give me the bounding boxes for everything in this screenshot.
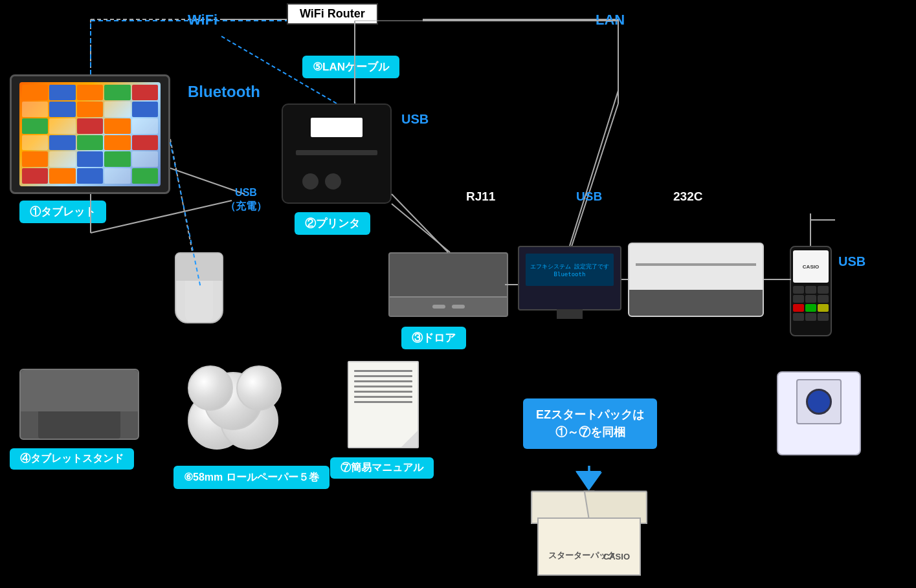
hkey11 <box>805 313 816 321</box>
wifi-label: WiFi <box>188 12 218 28</box>
drawer-label-box: ③ドロア <box>401 327 466 349</box>
tablet-stand-image <box>19 369 139 440</box>
scanner-small-image <box>175 252 223 323</box>
serial-label: 232C <box>673 190 702 204</box>
stand-top <box>21 370 138 411</box>
scanner-lens <box>806 389 832 415</box>
hkey9 <box>818 304 829 312</box>
roll5 <box>236 365 282 411</box>
drawer-image <box>388 252 508 317</box>
drawer-front <box>390 296 507 316</box>
display-stand <box>557 309 583 319</box>
printer-button1 <box>302 173 318 190</box>
tablet-image <box>10 74 170 194</box>
hkey5 <box>805 295 816 303</box>
hkey4 <box>793 295 804 303</box>
manual-corner <box>401 431 418 447</box>
usb3-label: USB <box>838 254 866 269</box>
printer-slot <box>296 150 377 155</box>
tablet-label-box: ①タブレット <box>19 201 106 223</box>
roll4 <box>188 365 233 411</box>
roll-papers-image <box>184 365 304 456</box>
manual-label-box: ⑦簡易マニュアル <box>330 457 434 479</box>
ml4 <box>354 386 412 387</box>
svg-line-9 <box>392 204 450 252</box>
svg-line-17 <box>570 103 618 252</box>
handheld-image: CASIO <box>790 246 832 336</box>
lan-label: LAN <box>596 12 625 28</box>
lan-cable-box: ⑤LANケーブル <box>302 56 399 78</box>
ml2 <box>354 375 412 377</box>
ml1 <box>354 370 412 372</box>
handheld-keys <box>793 286 829 321</box>
package-box-image: スターターパック CASIO <box>531 492 647 576</box>
svg-line-22 <box>570 91 618 246</box>
manual-lines <box>349 362 418 411</box>
card-reader-image <box>628 243 764 317</box>
box-text-casio: CASIO <box>603 552 630 561</box>
drawer-slot1 <box>432 305 445 309</box>
handheld-screen: CASIO <box>793 250 829 283</box>
bluetooth-label: Bluetooth <box>188 83 260 101</box>
printer-label-box: ②プリンタ <box>295 212 370 235</box>
hkey1 <box>793 286 804 294</box>
card-reader-bottom <box>629 290 763 316</box>
drawer-slot2 <box>452 305 465 309</box>
tablet-screen <box>19 82 161 186</box>
svg-line-30 <box>392 194 448 252</box>
ml6 <box>354 396 412 398</box>
hkey2 <box>805 286 816 294</box>
printer-paper <box>311 118 363 137</box>
scanner-head <box>176 254 222 281</box>
hkey12 <box>818 313 829 321</box>
hkey10 <box>793 313 804 321</box>
printer-button2 <box>325 173 341 190</box>
display-text1: エフキシステム 設定完了です <box>530 263 609 271</box>
box-body: スターターパック CASIO <box>537 517 641 576</box>
hkey3 <box>818 286 829 294</box>
usb2-label: USB <box>576 190 602 204</box>
hkey8 <box>805 304 816 312</box>
ml5 <box>354 391 412 393</box>
roll-paper-label-box: ⑥58mm ロールペーパー５巻 <box>173 466 330 489</box>
scanner-big-image <box>777 371 861 455</box>
usb-charge-label: USB（充電） <box>225 186 267 213</box>
scanner-top <box>796 379 842 424</box>
card-reader-slot <box>636 263 756 266</box>
wifi-router-label: WiFi Router <box>287 3 378 25</box>
rj11-label: RJ11 <box>466 190 495 204</box>
ez-pack-box: EZスタートパックは①～⑦を同梱 <box>523 398 657 449</box>
svg-line-29 <box>91 201 232 233</box>
scanner-body <box>185 281 213 322</box>
diagram-container: WiFi Router WiFi LAN Bluetooth ⑤LANケーブル … <box>0 0 916 588</box>
display-screen: エフキシステム 設定完了です Bluetooth <box>526 254 614 286</box>
manual-image <box>348 361 419 448</box>
usb-printer-label: USB <box>401 112 429 127</box>
ml3 <box>354 380 412 382</box>
stand-base <box>38 411 120 439</box>
hkey7 <box>793 304 804 312</box>
display-image: エフキシステム 設定完了です Bluetooth <box>518 246 621 310</box>
tablet-stand-label-box: ④タブレットスタンド <box>10 448 134 470</box>
hkey6 <box>818 295 829 303</box>
ez-arrow <box>575 471 601 490</box>
display-text2: Bluetooth <box>554 271 586 278</box>
printer-image <box>282 103 392 204</box>
ml7 <box>354 401 412 403</box>
